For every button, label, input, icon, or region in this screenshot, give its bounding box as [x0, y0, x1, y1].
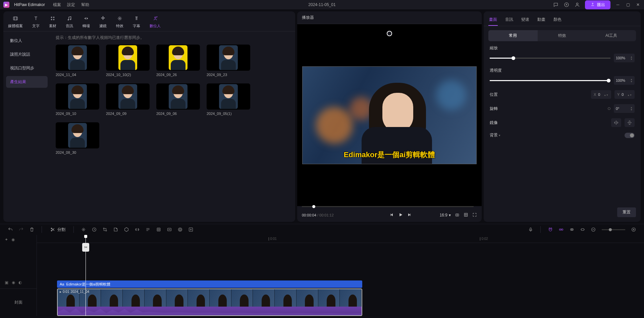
- tab-text[interactable]: 文字: [32, 15, 40, 28]
- prop-tab-speed[interactable]: 變速: [521, 14, 530, 26]
- playhead[interactable]: ✂: [86, 235, 86, 316]
- tab-filter[interactable]: 濾鏡: [99, 15, 107, 28]
- chat-icon[interactable]: [553, 2, 559, 8]
- effects-icon[interactable]: ✦: [5, 237, 8, 242]
- tl-btn-7[interactable]: [144, 225, 152, 234]
- subtab-effect[interactable]: 特效: [538, 30, 587, 41]
- timeline-tracks[interactable]: | 0:01 | 0:02 ✂ Aa Edimakor是一個ai剪輯軟體 ▸ 0…: [37, 235, 644, 316]
- menu-help[interactable]: 幫助: [81, 2, 89, 8]
- tl-btn-ai[interactable]: [165, 225, 174, 234]
- result-thumbnail[interactable]: 2024_09_26: [156, 45, 200, 77]
- prop-tab-color[interactable]: 顏色: [553, 14, 562, 26]
- subtab-common[interactable]: 常用: [488, 30, 538, 41]
- subtab-ai[interactable]: AI工具: [587, 30, 636, 41]
- zoom-out-button[interactable]: [589, 225, 598, 234]
- preview-viewport[interactable]: Edimakor是一個ai剪輯軟體: [297, 24, 482, 206]
- prev-frame-button[interactable]: [389, 212, 394, 218]
- tab-effect[interactable]: 特效: [116, 15, 123, 28]
- visibility-icon[interactable]: ◉: [11, 237, 15, 242]
- timecode: 00:00:04 / 00:01:12: [302, 213, 334, 217]
- menu-file[interactable]: 檔案: [53, 2, 61, 8]
- tl-btn-2[interactable]: [90, 225, 99, 234]
- preview-scrubber[interactable]: [302, 206, 474, 207]
- redo-button[interactable]: [17, 225, 25, 234]
- zoom-in-button[interactable]: [629, 225, 638, 234]
- aspect-ratio-select[interactable]: 16:9▾: [440, 213, 451, 217]
- reset-button[interactable]: 重置: [617, 207, 636, 217]
- undo-button[interactable]: [6, 225, 15, 234]
- scale-slider[interactable]: [490, 58, 610, 59]
- tab-transition[interactable]: 轉場: [83, 15, 90, 28]
- delete-button[interactable]: [28, 225, 36, 234]
- maximize-icon[interactable]: ▢: [625, 2, 631, 7]
- crop-button[interactable]: [101, 225, 109, 234]
- result-thumbnail[interactable]: 2024_09_10: [56, 83, 99, 116]
- result-thumbnail[interactable]: 2024_10_10(2): [106, 45, 150, 77]
- minimize-icon[interactable]: ─: [615, 2, 621, 7]
- tl-btn-4[interactable]: [111, 225, 120, 234]
- tl-btn-10[interactable]: [176, 225, 184, 234]
- bg-toggle[interactable]: [625, 133, 635, 138]
- result-thumbnail[interactable]: 2024_09_09: [106, 83, 150, 116]
- tl-btn-1[interactable]: [79, 225, 88, 234]
- text-clip[interactable]: Aa Edimakor是一個ai剪輯軟體: [57, 280, 362, 288]
- tl-btn-5[interactable]: [122, 225, 131, 234]
- tab-digital-human[interactable]: 數位人: [150, 15, 161, 28]
- magnet-button[interactable]: [546, 225, 555, 234]
- mirror-h-button[interactable]: [611, 118, 621, 127]
- link-button[interactable]: [557, 225, 566, 234]
- export-button[interactable]: 匯出: [585, 0, 610, 9]
- download-icon[interactable]: [564, 2, 570, 8]
- track-lock-icon[interactable]: ▣: [5, 280, 8, 285]
- svg-point-1: [576, 3, 578, 5]
- tl-btn-6[interactable]: [133, 225, 142, 234]
- video-clip[interactable]: ▸ 0:01 2024_11_04: [57, 289, 362, 316]
- time-ruler[interactable]: | 0:01 | 0:02: [37, 235, 644, 243]
- rotate-keyframe-icon[interactable]: [608, 107, 610, 110]
- rotation-handle-icon[interactable]: [387, 31, 392, 36]
- prop-tab-video[interactable]: 畫面: [488, 14, 498, 26]
- opacity-value[interactable]: 100%▲▼: [614, 76, 635, 85]
- user-icon[interactable]: [574, 2, 580, 8]
- side-item-digital[interactable]: 數位人: [6, 35, 48, 47]
- tl-btn-8[interactable]: [154, 225, 163, 234]
- next-frame-button[interactable]: [407, 212, 412, 218]
- pos-y-input[interactable]: Y0▲▼: [614, 90, 635, 99]
- side-item-results[interactable]: 產生結果: [6, 76, 48, 88]
- video-frame[interactable]: Edimakor是一個ai剪輯軟體: [302, 66, 477, 164]
- mirror-v-button[interactable]: [625, 118, 635, 127]
- scale-value[interactable]: 100%▲▼: [614, 54, 635, 62]
- tab-subtitle[interactable]: 字幕: [133, 15, 140, 28]
- menu-settings[interactable]: 設定: [67, 2, 75, 8]
- tl-right-4[interactable]: [578, 225, 587, 234]
- side-item-lipsync[interactable]: 視訊口型同步: [6, 62, 48, 74]
- prop-tab-animation[interactable]: 動畫: [537, 14, 546, 26]
- tl-right-3[interactable]: [568, 225, 576, 234]
- result-thumbnail[interactable]: 2024_09_05(1): [207, 83, 250, 116]
- tab-sticker[interactable]: 素材: [49, 15, 56, 28]
- prop-tab-audio[interactable]: 音訊: [504, 14, 514, 26]
- result-thumbnail[interactable]: 2024_09_23: [207, 45, 250, 77]
- split-button[interactable]: 分割: [47, 226, 68, 234]
- pos-x-input[interactable]: X0▲▼: [591, 90, 611, 99]
- rotate-value[interactable]: 0°▲▼: [614, 104, 635, 113]
- close-icon[interactable]: ✕: [635, 2, 641, 7]
- fullscreen-button[interactable]: [472, 212, 477, 218]
- grid-button[interactable]: [464, 212, 468, 218]
- snapshot-button[interactable]: [455, 212, 460, 218]
- result-thumbnail[interactable]: 2024_09_06: [156, 83, 200, 116]
- tl-btn-add[interactable]: [186, 225, 195, 234]
- mic-button[interactable]: [526, 225, 535, 234]
- side-item-photo-talk[interactable]: 讓照片說話: [6, 49, 48, 60]
- result-thumbnail[interactable]: 2024_08_30: [56, 122, 99, 154]
- play-button[interactable]: [398, 212, 403, 218]
- track-mute-icon[interactable]: ◐: [18, 280, 22, 285]
- opacity-slider[interactable]: [490, 80, 610, 81]
- scissors-icon[interactable]: ✂: [82, 243, 89, 252]
- tab-audio[interactable]: 音訊: [66, 15, 73, 28]
- zoom-slider[interactable]: [602, 229, 625, 230]
- tab-media[interactable]: 媒體檔案: [8, 15, 23, 28]
- cover-label[interactable]: 封面: [0, 289, 37, 316]
- track-eye-icon[interactable]: ◉: [12, 280, 15, 285]
- result-thumbnail[interactable]: 2024_11_04: [56, 45, 99, 77]
